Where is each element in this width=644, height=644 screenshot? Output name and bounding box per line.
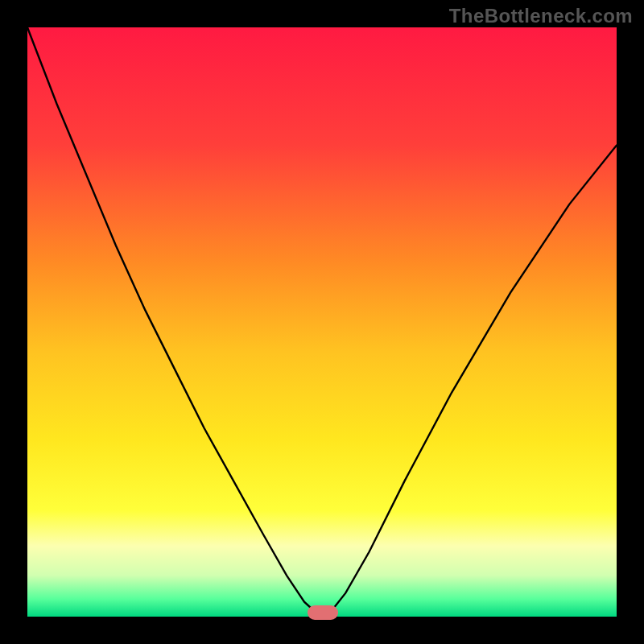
watermark-text: TheBottleneck.com	[449, 5, 633, 27]
optimal-point-marker	[308, 605, 338, 620]
gradient-background	[27, 27, 617, 617]
chart-frame: TheBottleneck.com	[0, 0, 644, 644]
bottleneck-chart	[0, 0, 644, 644]
